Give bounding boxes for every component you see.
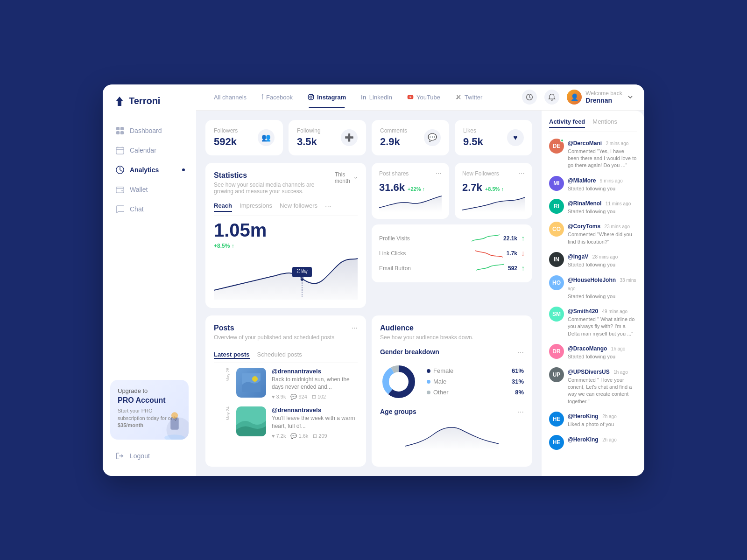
gender-more-button[interactable]: ···	[518, 348, 524, 357]
age-groups-section: Age groups ···	[380, 408, 524, 451]
feed-content: @UPSDiversUS 1h ago Commented " I love y…	[568, 367, 637, 406]
donut-chart	[380, 363, 417, 400]
feed-text: Liked a photo of you	[568, 421, 637, 428]
chart-more-button[interactable]: ···	[325, 202, 331, 212]
svg-rect-3	[116, 131, 120, 134]
audience-card: Audience See how your audience breaks do…	[372, 315, 532, 467]
post-image-0	[242, 373, 261, 392]
wallet-icon	[116, 185, 124, 194]
user-badge[interactable]: 👤 Welcome back, Drennan	[567, 90, 633, 105]
sidebar-item-wallet[interactable]: Wallet	[110, 181, 189, 198]
feed-time: 49 mins ago	[602, 309, 627, 314]
mentions-tab[interactable]: Mentions	[592, 118, 617, 128]
profile-metrics-card: Profile Visits 22.1k ↑ Li	[372, 224, 532, 282]
feed-avatar: MI	[549, 176, 564, 191]
feed-content: @DracoMango 1h ago Started following you	[568, 344, 637, 360]
feed-time: 1h ago	[613, 370, 628, 375]
post-item-1: May 24 @drennantravels You'll le	[214, 406, 358, 439]
channel-tab-linkedin[interactable]: in LinkedIn	[354, 90, 399, 105]
feed-username: @HouseHoleJohn	[568, 277, 616, 283]
history-button[interactable]	[522, 90, 537, 105]
channel-tab-facebook[interactable]: f Facebook	[255, 90, 299, 105]
post-shares-more[interactable]: ···	[436, 169, 442, 178]
sidebar-item-dashboard[interactable]: Dashboard	[110, 122, 189, 140]
posts-more-button[interactable]: ···	[352, 324, 358, 332]
feed-time: 9 mins ago	[600, 178, 623, 183]
chart-tab-impressions[interactable]: Impressions	[240, 202, 272, 212]
feed-time: 2h ago	[602, 437, 617, 442]
feed-text: Started following you	[568, 261, 637, 268]
upgrade-illustration	[158, 409, 189, 440]
online-dot	[560, 139, 564, 142]
post-tab-latest[interactable]: Latest posts	[214, 351, 250, 359]
right-stats: Post shares ··· 31.6k +22% ↑	[372, 163, 532, 308]
gender-legend: Female 61% Male	[427, 367, 524, 396]
channel-tab-youtube[interactable]: YouTube	[401, 90, 447, 105]
channel-tab-instagram[interactable]: Instagram	[301, 90, 352, 105]
feed-username: @HeroKing	[568, 436, 599, 443]
stat-comments: Comments 2.9k 💬	[372, 120, 449, 155]
link-clicks-sparkline	[475, 248, 503, 259]
feed-text: Commented " What airline do you always f…	[568, 316, 637, 337]
logout-label: Logout	[130, 452, 150, 460]
feed-username: @RinaMenol	[568, 200, 601, 207]
activity-feed-tab[interactable]: Activity feed	[549, 118, 585, 128]
feed-username: @Smith420	[568, 308, 598, 315]
feed-avatar: HO	[549, 275, 564, 290]
facebook-icon: f	[261, 93, 263, 101]
chevron-down-icon	[627, 94, 633, 100]
post-thumbnail-0	[236, 368, 266, 398]
chart-tabs: Reach Impressions New followers ···	[214, 202, 358, 216]
main-content: All channels f Facebook Instagram in Lin…	[196, 84, 644, 476]
chart-tab-reach[interactable]: Reach	[214, 202, 232, 212]
age-more-button[interactable]: ···	[518, 408, 524, 416]
logo-text: Terroni	[129, 96, 160, 106]
channel-tab-twitter[interactable]: Twitter	[449, 90, 489, 105]
bell-icon	[548, 93, 556, 101]
post-image-1	[236, 406, 266, 436]
age-groups-chart	[380, 423, 524, 451]
sidebar-nav: Dashboard Calendar Analytics	[110, 122, 189, 373]
activity-panel: Activity feed Mentions DE @DercoMani 2 m…	[542, 111, 644, 476]
donut-container: Female 61% Male	[380, 363, 524, 400]
svg-rect-10	[116, 187, 124, 193]
new-followers-card: New Followers ··· 2.7k +8.5% ↑	[455, 163, 532, 219]
post-shares-chart	[379, 194, 442, 212]
feed-avatar: DE	[549, 139, 564, 154]
sidebar-item-analytics[interactable]: Analytics	[110, 161, 189, 179]
chat-icon	[116, 205, 124, 213]
reach-growth: +8.5% ↑	[214, 243, 358, 249]
center-content: Followers 592k 👥 Following 3.5k ➕	[196, 111, 542, 476]
statistics-section: Statistics See how your social media cha…	[205, 163, 532, 308]
posts-card: Posts Overview of your published and sch…	[205, 315, 366, 467]
linkedin-icon: in	[361, 94, 366, 101]
feed-item: HE @HeroKing 2h ago Liked a photo of you	[549, 412, 637, 428]
avatar: 👤	[567, 90, 582, 105]
feed-item: MI @MiaMore 9 mins ago Started following…	[549, 176, 637, 192]
email-sparkline	[476, 263, 504, 274]
analytics-dot	[182, 168, 185, 171]
feed-text: Started following you	[568, 293, 637, 300]
feed-username: @MiaMore	[568, 177, 596, 184]
feed-item: SM @Smith420 49 mins ago Commented " Wha…	[549, 307, 637, 337]
comments-icon: 💬	[424, 129, 441, 146]
logout-button[interactable]: Logout	[110, 447, 189, 465]
notification-button[interactable]	[544, 90, 559, 105]
new-followers-more[interactable]: ···	[519, 169, 525, 178]
upgrade-card[interactable]: Upgrade to PRO Account Start your PRO su…	[110, 380, 189, 439]
feed-time: 2 mins ago	[606, 141, 629, 146]
period-selector[interactable]: This month	[335, 171, 358, 184]
svg-text:25 May: 25 May	[297, 268, 308, 274]
sidebar-item-calendar[interactable]: Calendar	[110, 141, 189, 159]
top-nav-right: 👤 Welcome back, Drennan	[522, 90, 633, 105]
feed-content: @HouseHoleJohn 33 mins ago Started follo…	[568, 275, 637, 300]
post-tab-scheduled[interactable]: Scheduled posts	[257, 351, 302, 359]
svg-point-18	[312, 95, 313, 96]
feed-content: @HeroKing 2h ago Liked a photo of you	[568, 412, 637, 428]
calendar-icon	[116, 146, 124, 154]
sidebar-item-chat[interactable]: Chat	[110, 200, 189, 218]
feed-avatar: HE	[549, 435, 564, 450]
chart-tab-new-followers[interactable]: New followers	[280, 202, 317, 212]
svg-rect-4	[120, 131, 124, 134]
channel-tab-all[interactable]: All channels	[207, 90, 253, 105]
